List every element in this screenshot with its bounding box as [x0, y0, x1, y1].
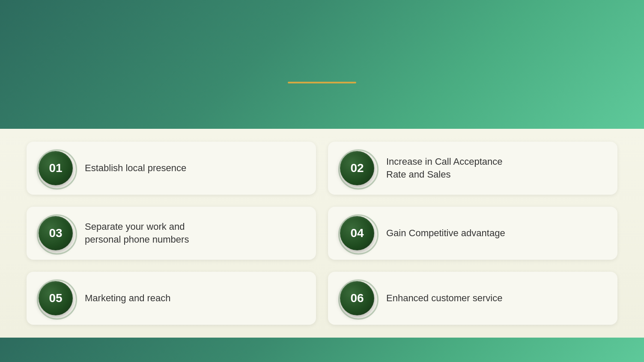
number-circle-03: 03 — [39, 216, 73, 250]
number-circle-06: 06 — [340, 281, 374, 315]
card-text-06: Enhanced customer service — [386, 292, 502, 305]
footer-section — [0, 338, 644, 362]
card-item-03: 03Separate your work andpersonal phone n… — [27, 207, 316, 260]
number-circle-04: 04 — [340, 216, 374, 250]
number-circle-02: 02 — [340, 151, 374, 185]
content-section: 01Establish local presence02Increase in … — [0, 129, 644, 338]
title-underline — [288, 82, 356, 83]
number-circle-05: 05 — [39, 281, 73, 315]
card-text-04: Gain Competitive advantage — [386, 227, 505, 240]
card-text-01: Establish local presence — [85, 162, 186, 175]
card-text-03: Separate your work andpersonal phone num… — [85, 220, 189, 246]
card-text-05: Marketing and reach — [85, 292, 171, 305]
cards-grid: 01Establish local presence02Increase in … — [27, 142, 617, 325]
card-text-02: Increase in Call AcceptanceRate and Sale… — [386, 155, 503, 181]
number-circle-01: 01 — [39, 151, 73, 185]
card-item-06: 06Enhanced customer service — [328, 272, 617, 325]
card-item-02: 02Increase in Call AcceptanceRate and Sa… — [328, 142, 617, 195]
card-item-05: 05Marketing and reach — [27, 272, 316, 325]
header-section — [0, 0, 644, 129]
card-item-01: 01Establish local presence — [27, 142, 316, 195]
page-wrapper: 01Establish local presence02Increase in … — [0, 0, 644, 362]
card-item-04: 04Gain Competitive advantage — [328, 207, 617, 260]
